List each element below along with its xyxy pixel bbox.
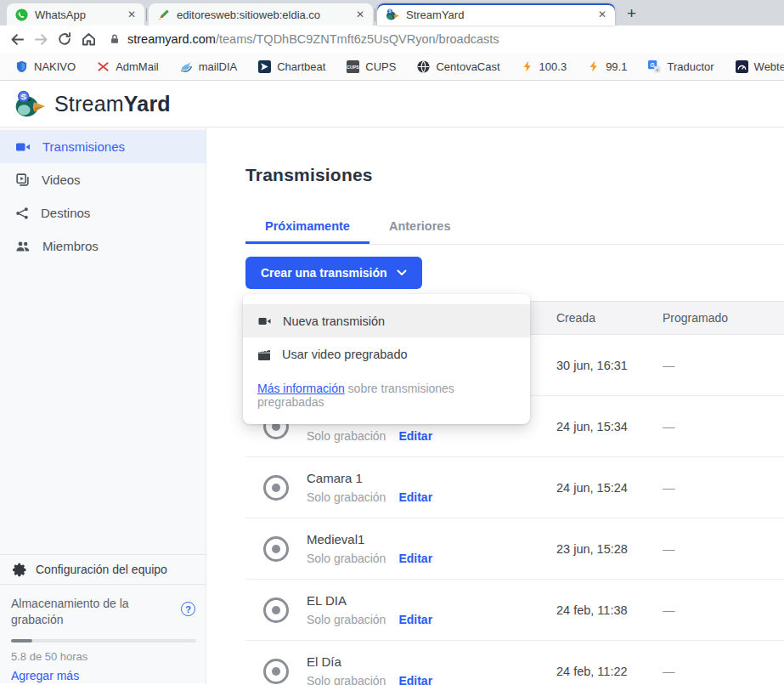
storage-used-label: 5.8 de 50 horas [11, 650, 195, 663]
bookmark-label: AdmMail [116, 60, 159, 73]
tab-proximamente[interactable]: Próximamente [245, 219, 369, 244]
sidebar-item-miembros[interactable]: Miembros [0, 229, 206, 263]
broadcast-tabs: Próximamente Anteriores [245, 219, 784, 245]
bookmark-label: CentovaCast [436, 60, 499, 73]
close-icon[interactable]: ✕ [598, 9, 606, 20]
record-icon [263, 475, 289, 501]
create-broadcast-button[interactable]: Crear una transmisión [245, 257, 422, 289]
column-scheduled: Programado [663, 311, 784, 325]
blue-bird-icon [180, 60, 193, 73]
close-icon[interactable]: ✕ [356, 9, 364, 20]
reload-button[interactable] [53, 27, 76, 51]
sidebar-item-label: Transmisiones [42, 139, 125, 154]
bookmark-label: CUPS [365, 60, 396, 73]
url-text: streamyard.com/teams/TQDhBC9ZNTmft6z5UsQ… [127, 32, 499, 46]
tab-title: editoresweb:sitioweb:eldia.co [177, 8, 349, 21]
edit-link[interactable]: Editar [398, 613, 432, 626]
add-more-link[interactable]: Agregar más [11, 669, 79, 682]
mas-informacion-link[interactable]: Más información [257, 382, 345, 395]
browser-tab-streamyard[interactable]: S StreamYard ✕ [377, 3, 615, 25]
sidebar: Transmisiones Videos Destinos Miembros C… [0, 127, 206, 683]
storage-panel: Almacenamiento de la grabación ? 5.8 de … [0, 584, 206, 683]
scheduled-cell: — [663, 420, 784, 433]
main-content: Transmisiones Próximamente Anteriores Cr… [206, 127, 784, 683]
broadcast-name: Medieval1 [307, 532, 432, 546]
menu-item-nueva-transmision[interactable]: Nueva transmisión [243, 304, 530, 337]
bookmark-label: Webtest [754, 60, 784, 73]
back-button[interactable] [5, 27, 29, 51]
wordmark-stream: Stream [54, 92, 124, 116]
menu-item-usar-video-pregrabado[interactable]: Usar video pregrabado [243, 337, 530, 371]
bookmarks-bar: NAKIVO AdmMail mailDIA Chartbeat CUPS CU… [0, 53, 784, 81]
edit-link[interactable]: Editar [398, 429, 432, 443]
edit-link[interactable]: Editar [398, 490, 432, 504]
record-icon [263, 536, 289, 562]
new-tab-button[interactable]: + [627, 5, 636, 21]
browser-tab-strip: WhatsApp ✕ editoresweb:sitioweb:eldia.co… [0, 0, 784, 25]
bookmark-chartbeat[interactable]: Chartbeat [258, 60, 325, 73]
bookmark-label: 99.1 [606, 60, 627, 73]
bookmark-nakivo[interactable]: NAKIVO [15, 60, 76, 73]
created-cell: 23 jun, 15:28 [556, 542, 663, 556]
create-broadcast-dropdown: Nueva transmisión Usar video pregrabado … [243, 294, 530, 424]
bookmark-99-1[interactable]: 99.1 [588, 60, 627, 73]
app-body: Transmisiones Videos Destinos Miembros C… [0, 127, 784, 683]
gear-icon [13, 563, 27, 577]
edit-link[interactable]: Editar [398, 552, 432, 565]
team-settings-button[interactable]: Configuración del equipo [0, 554, 206, 584]
dropdown-footer: Más información sobre transmisiones preg… [243, 371, 530, 419]
edit-link[interactable]: Editar [398, 674, 432, 685]
bookmark-maildia[interactable]: mailDIA [180, 60, 238, 73]
svg-text:G: G [651, 61, 655, 67]
streamyard-duck-icon: S [386, 8, 399, 21]
close-icon[interactable]: ✕ [127, 9, 136, 20]
app-header: S StreamYard [0, 81, 784, 127]
browser-tab-editoresweb[interactable]: editoresweb:sitioweb:eldia.co ✕ [149, 3, 373, 25]
people-icon [15, 240, 31, 252]
bookmark-cups[interactable]: CUPS CUPS [347, 60, 396, 73]
svg-text:CUPS: CUPS [347, 64, 360, 69]
menu-item-label: Usar video pregrabado [282, 348, 408, 361]
bookmark-traductor[interactable]: Gx Traductor [648, 60, 713, 73]
tab-title: StreamYard [406, 8, 591, 21]
translate-icon: Gx [648, 60, 661, 73]
bookmark-centovacast[interactable]: CentovaCast [417, 60, 499, 73]
shield-icon [15, 60, 28, 73]
editor-pencil-icon [157, 8, 170, 21]
browser-toolbar: streamyard.com/teams/TQDhBC9ZNTmft6z5UsQ… [0, 25, 784, 53]
reload-icon [57, 31, 72, 47]
created-cell: 24 jun, 15:24 [556, 481, 663, 495]
bookmark-admmail[interactable]: AdmMail [97, 60, 159, 73]
storage-progress-fill [11, 639, 32, 643]
clapperboard-icon [257, 348, 271, 360]
video-camera-icon [15, 140, 31, 154]
tab-anteriores[interactable]: Anteriores [369, 219, 471, 244]
broadcast-meta: Solo grabación [307, 429, 386, 443]
streamyard-wordmark: StreamYard [54, 92, 171, 116]
sidebar-item-destinos[interactable]: Destinos [0, 196, 206, 229]
scheduled-cell: — [663, 481, 784, 495]
record-icon [263, 597, 289, 623]
gauge-icon [736, 60, 748, 73]
created-cell: 30 jun, 16:31 [556, 359, 663, 372]
address-bar[interactable]: streamyard.com/teams/TQDhBC9ZNTmft6z5UsQ… [109, 32, 499, 46]
menu-item-label: Nueva transmisión [283, 314, 385, 328]
tab-divider [146, 8, 147, 21]
browser-tab-whatsapp[interactable]: WhatsApp ✕ [7, 3, 144, 25]
team-settings-label: Configuración del equipo [36, 563, 167, 576]
scheduled-cell: — [663, 542, 784, 556]
bookmark-100-3[interactable]: 100.3 [522, 60, 567, 73]
sidebar-item-transmisiones[interactable]: Transmisiones [0, 130, 206, 163]
sidebar-item-videos[interactable]: Videos [0, 163, 206, 196]
bookmark-webtest[interactable]: Webtest [736, 60, 784, 73]
tab-title: WhatsApp [35, 8, 121, 21]
help-icon[interactable]: ? [181, 602, 195, 616]
forward-button[interactable] [29, 27, 53, 51]
home-button[interactable] [76, 27, 100, 51]
cups-icon: CUPS [347, 60, 359, 73]
create-broadcast-label: Crear una transmisión [261, 266, 387, 280]
home-icon [81, 31, 97, 48]
bookmark-label: Chartbeat [277, 60, 325, 73]
wordmark-yard: Yard [124, 92, 171, 116]
arrow-right-icon [33, 31, 49, 48]
